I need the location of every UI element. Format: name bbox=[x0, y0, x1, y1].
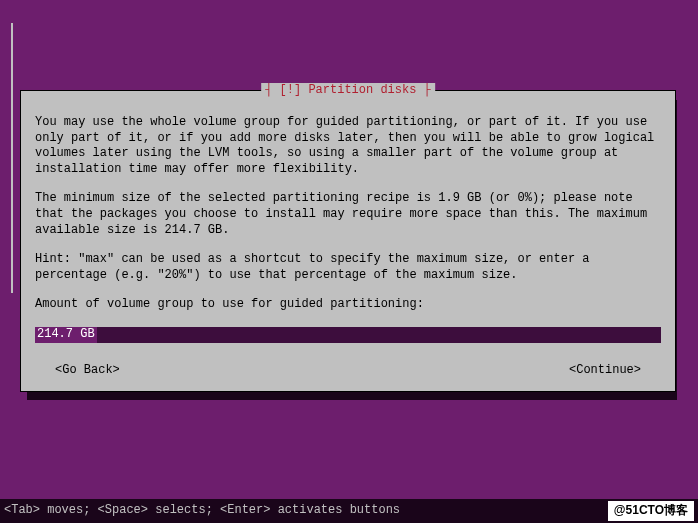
footer-help-text: <Tab> moves; <Space> selects; <Enter> ac… bbox=[4, 503, 400, 519]
dialog-paragraph-2: The minimum size of the selected partiti… bbox=[35, 191, 661, 238]
dialog-prompt: Amount of volume group to use for guided… bbox=[35, 297, 661, 313]
dialog-paragraph-3: Hint: "max" can be used as a shortcut to… bbox=[35, 252, 661, 283]
dialog-button-row: <Go Back> <Continue> bbox=[35, 363, 661, 383]
partition-disks-dialog: ┤ [!] Partition disks ├ You may use the … bbox=[20, 90, 676, 392]
dialog-title-text: [!] Partition disks bbox=[280, 83, 417, 97]
watermark-badge: @51CTO博客 bbox=[608, 501, 694, 521]
volume-size-input-row[interactable]: 214.7 GB bbox=[35, 327, 661, 343]
footer-bar: <Tab> moves; <Space> selects; <Enter> ac… bbox=[0, 499, 698, 523]
dialog-title: ┤ [!] Partition disks ├ bbox=[261, 83, 435, 99]
background-frame-edge bbox=[11, 23, 13, 293]
continue-button[interactable]: <Continue> bbox=[569, 363, 641, 379]
volume-size-input-value[interactable]: 214.7 GB bbox=[35, 327, 97, 343]
volume-size-input-fill[interactable] bbox=[97, 327, 661, 343]
go-back-button[interactable]: <Go Back> bbox=[55, 363, 120, 379]
dialog-body: You may use the whole volume group for g… bbox=[35, 101, 661, 383]
dialog-paragraph-1: You may use the whole volume group for g… bbox=[35, 115, 661, 177]
